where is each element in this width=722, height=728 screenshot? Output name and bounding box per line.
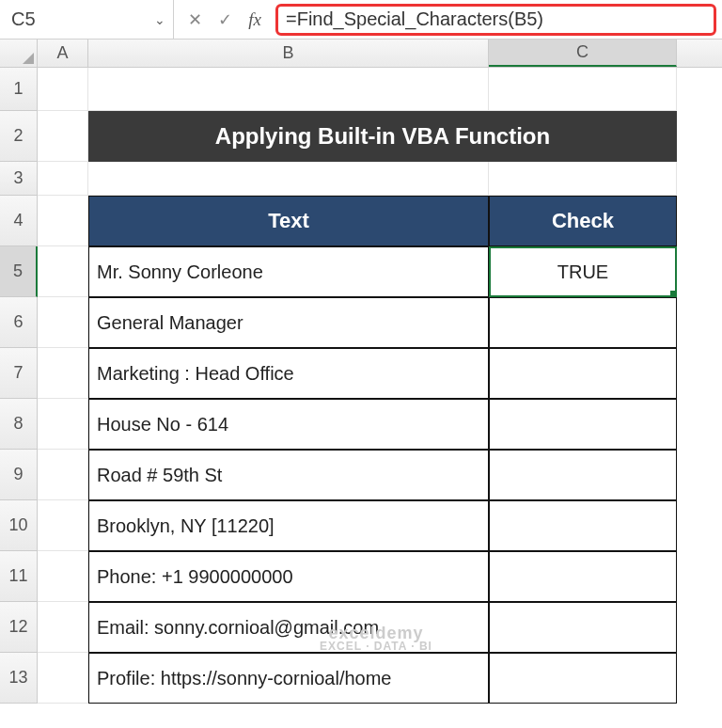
cell-C13[interactable] [489, 653, 677, 704]
cell-B11[interactable]: Phone: +1 9900000000 [88, 551, 489, 602]
cell-C11[interactable] [489, 551, 677, 602]
cancel-icon[interactable]: ✕ [180, 0, 210, 39]
cell-A9[interactable] [38, 450, 88, 500]
row-headers: 1 2 3 4 5 6 7 8 9 10 11 12 13 [0, 68, 38, 704]
row-5: Mr. Sonny Corleone TRUE [38, 246, 722, 297]
cell-C9[interactable] [489, 450, 677, 500]
formula-input[interactable]: =Find_Special_Characters(B5) [275, 4, 716, 36]
cell-B6[interactable]: General Manager [88, 297, 489, 348]
cell-A2[interactable] [38, 111, 88, 162]
cell-C10[interactable] [489, 500, 677, 551]
formula-bar-buttons: ✕ ✓ fx [174, 0, 275, 39]
cell-A8[interactable] [38, 399, 88, 450]
row-header-12[interactable]: 12 [0, 602, 38, 653]
cell-B1[interactable] [88, 68, 489, 111]
row-11: Phone: +1 9900000000 [38, 551, 722, 602]
cell-B3[interactable] [88, 162, 489, 196]
row-header-11[interactable]: 11 [0, 551, 38, 602]
header-check[interactable]: Check [489, 196, 677, 246]
row-header-10[interactable]: 10 [0, 500, 38, 551]
cell-A6[interactable] [38, 297, 88, 348]
row-10: Brooklyn, NY [11220] [38, 500, 722, 551]
cell-B12[interactable]: Email: sonny.cornioal@gmail.com [88, 602, 489, 653]
cell-B10[interactable]: Brooklyn, NY [11220] [88, 500, 489, 551]
cell-B8[interactable]: House No - 614 [88, 399, 489, 450]
row-header-6[interactable]: 6 [0, 297, 38, 348]
row-1 [38, 68, 722, 111]
enter-icon[interactable]: ✓ [210, 0, 240, 39]
formula-text: =Find_Special_Characters(B5) [286, 8, 543, 30]
row-header-3[interactable]: 3 [0, 162, 38, 196]
name-box[interactable]: C5 ⌄ [0, 0, 174, 39]
cell-C1[interactable] [489, 68, 677, 111]
cell-A7[interactable] [38, 348, 88, 399]
row-12: Email: sonny.cornioal@gmail.com [38, 602, 722, 653]
chevron-down-icon[interactable]: ⌄ [154, 12, 165, 27]
cell-A13[interactable] [38, 653, 88, 704]
column-headers: A B C [0, 40, 722, 68]
cell-C5[interactable]: TRUE [489, 246, 677, 297]
formula-bar: C5 ⌄ ✕ ✓ fx =Find_Special_Characters(B5) [0, 0, 722, 40]
cells-area: Applying Built-in VBA Function Text Chec… [38, 68, 722, 704]
row-header-4[interactable]: 4 [0, 196, 38, 246]
row-6: General Manager [38, 297, 722, 348]
cell-A10[interactable] [38, 500, 88, 551]
title-cell[interactable]: Applying Built-in VBA Function [88, 111, 677, 162]
cell-B13[interactable]: Profile: https://sonny-cornioal/home [88, 653, 489, 704]
name-box-value: C5 [11, 8, 36, 30]
grid: 1 2 3 4 5 6 7 8 9 10 11 12 13 Applying B… [0, 68, 722, 704]
row-9: Road # 59th St [38, 450, 722, 500]
row-header-1[interactable]: 1 [0, 68, 38, 111]
row-header-7[interactable]: 7 [0, 348, 38, 399]
cell-B9[interactable]: Road # 59th St [88, 450, 489, 500]
cell-A1[interactable] [38, 68, 88, 111]
row-8: House No - 614 [38, 399, 722, 450]
cell-A11[interactable] [38, 551, 88, 602]
cell-B7[interactable]: Marketing : Head Office [88, 348, 489, 399]
row-7: Marketing : Head Office [38, 348, 722, 399]
cell-C6[interactable] [489, 297, 677, 348]
row-2: Applying Built-in VBA Function [38, 111, 722, 162]
cell-C12[interactable] [489, 602, 677, 653]
cell-C3[interactable] [489, 162, 677, 196]
row-13: Profile: https://sonny-cornioal/home [38, 653, 722, 704]
row-header-8[interactable]: 8 [0, 399, 38, 450]
cell-C7[interactable] [489, 348, 677, 399]
cell-A3[interactable] [38, 162, 88, 196]
cell-A12[interactable] [38, 602, 88, 653]
row-3 [38, 162, 722, 196]
select-all-corner[interactable] [0, 40, 38, 67]
column-header-A[interactable]: A [38, 40, 88, 67]
column-header-C[interactable]: C [489, 40, 677, 67]
row-header-5[interactable]: 5 [0, 246, 38, 297]
column-header-B[interactable]: B [88, 40, 489, 67]
cell-A4[interactable] [38, 196, 88, 246]
row-header-9[interactable]: 9 [0, 450, 38, 500]
header-text[interactable]: Text [88, 196, 489, 246]
cell-B5[interactable]: Mr. Sonny Corleone [88, 246, 489, 297]
fx-icon[interactable]: fx [240, 0, 270, 39]
cell-C8[interactable] [489, 399, 677, 450]
cell-A5[interactable] [38, 246, 88, 297]
row-header-13[interactable]: 13 [0, 653, 38, 704]
row-4: Text Check [38, 196, 722, 246]
row-header-2[interactable]: 2 [0, 111, 38, 162]
